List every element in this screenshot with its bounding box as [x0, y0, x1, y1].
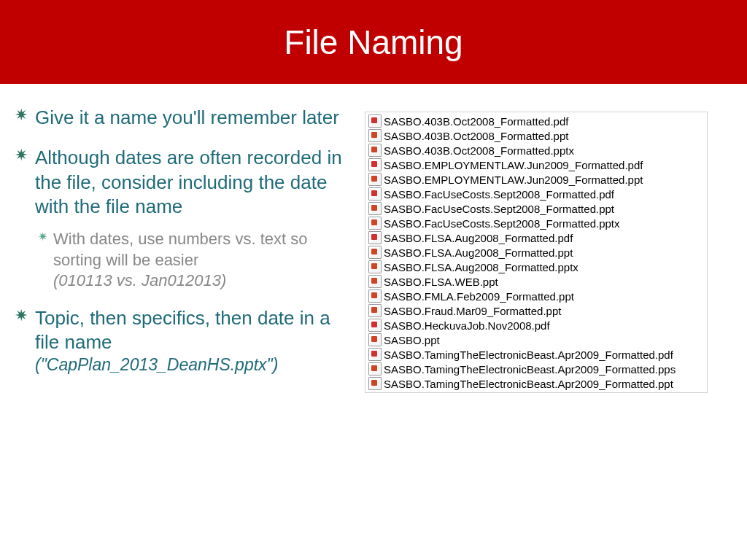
ppt-file-icon [368, 304, 382, 317]
file-name: SASBO.FacUseCosts.Sept2008_Formatted.pdf [384, 188, 614, 201]
sub-bullet-item: ✷ With dates, use numbers vs. text so so… [38, 229, 350, 292]
ppt-file-icon [368, 377, 382, 390]
file-list-panel: SASBO.403B.Oct2008_Formatted.pdfSASBO.40… [365, 112, 708, 393]
file-name: SASBO.FLSA.Aug2008_Formatted.ppt [384, 246, 573, 259]
ppt-file-icon [368, 275, 382, 288]
bullet-text-wrapper: Topic, then specifics, then date in a fi… [35, 306, 350, 376]
file-row[interactable]: SASBO.403B.Oct2008_Formatted.pptx [368, 143, 704, 158]
file-name: SASBO.FMLA.Feb2009_Formatted.ppt [384, 290, 574, 303]
file-row[interactable]: SASBO.EMPLOYMENTLAW.Jun2009_Formatted.pp… [368, 172, 704, 187]
file-row[interactable]: SASBO.FacUseCosts.Sept2008_Formatted.ppt [368, 201, 704, 216]
file-row[interactable]: SASBO.TamingTheElectronicBeast.Apr2009_F… [368, 347, 704, 362]
pptx-file-icon [368, 260, 382, 273]
sub-text-example: (010113 vs. Jan012013) [53, 271, 226, 289]
pdf-file-icon [368, 231, 382, 244]
ppt-file-icon [368, 333, 382, 346]
file-name: SASBO.403B.Oct2008_Formatted.ppt [384, 130, 568, 142]
file-name: SASBO.FacUseCosts.Sept2008_Formatted.ppt… [384, 217, 620, 230]
file-name: SASBO.TamingTheElectronicBeast.Apr2009_F… [384, 363, 676, 376]
pdf-file-icon [368, 158, 382, 171]
file-row[interactable]: SASBO.HeckuvaJob.Nov2008.pdf [368, 318, 704, 332]
bullet-item: ✷ Give it a name you'll remember later [15, 106, 350, 130]
file-row[interactable]: SASBO.403B.Oct2008_Formatted.pdf [368, 114, 704, 128]
slide-title: File Naming [284, 23, 462, 62]
sub-bullet-text: With dates, use numbers vs. text so sort… [53, 229, 350, 292]
sub-text-main: With dates, use numbers vs. text so sort… [53, 230, 307, 269]
file-row[interactable]: SASBO.403B.Oct2008_Formatted.ppt [368, 128, 704, 143]
bullets-column: ✷ Give it a name you'll remember later ✷… [15, 106, 365, 393]
pptx-file-icon [368, 217, 382, 230]
ppt-file-icon [368, 173, 382, 186]
file-row[interactable]: SASBO.Fraud.Mar09_Formatted.ppt [368, 303, 704, 318]
pps-file-icon [368, 362, 382, 376]
file-row[interactable]: SASBO.ppt [368, 332, 704, 347]
ppt-file-icon [368, 202, 382, 215]
file-name: SASBO.TamingTheElectronicBeast.Apr2009_F… [384, 378, 673, 390]
file-row[interactable]: SASBO.FLSA.WEB.ppt [368, 274, 704, 289]
bullet-text: Give it a name you'll remember later [35, 106, 339, 130]
star-icon: ✷ [15, 306, 28, 376]
file-row[interactable]: SASBO.FLSA.Aug2008_Formatted.ppt [368, 245, 704, 260]
pdf-file-icon [368, 348, 382, 361]
file-row[interactable]: SASBO.FMLA.Feb2009_Formatted.ppt [368, 289, 704, 303]
file-row[interactable]: SASBO.FLSA.Aug2008_Formatted.pdf [368, 230, 704, 245]
file-row[interactable]: SASBO.FLSA.Aug2008_Formatted.pptx [368, 260, 704, 274]
slide-body: ✷ Give it a name you'll remember later ✷… [0, 84, 747, 408]
pdf-file-icon [368, 114, 382, 128]
file-name: SASBO.FLSA.Aug2008_Formatted.pptx [384, 261, 578, 273]
pptx-file-icon [368, 144, 382, 157]
file-row[interactable]: SASBO.TamingTheElectronicBeast.Apr2009_F… [368, 362, 704, 376]
file-row[interactable]: SASBO.TamingTheElectronicBeast.Apr2009_F… [368, 376, 704, 391]
star-icon: ✷ [38, 229, 47, 292]
file-name: SASBO.FacUseCosts.Sept2008_Formatted.ppt [384, 203, 614, 215]
file-row[interactable]: SASBO.FacUseCosts.Sept2008_Formatted.ppt… [368, 216, 704, 230]
file-name: SASBO.ppt [384, 334, 440, 346]
ppt-file-icon [368, 129, 382, 142]
file-name: SASBO.Fraud.Mar09_Formatted.ppt [384, 305, 561, 317]
pdf-file-icon [368, 319, 382, 332]
file-name: SASBO.TamingTheElectronicBeast.Apr2009_F… [384, 349, 673, 361]
pdf-file-icon [368, 187, 382, 201]
file-list-column: SASBO.403B.Oct2008_Formatted.pdfSASBO.40… [365, 106, 708, 393]
file-name: SASBO.EMPLOYMENTLAW.Jun2009_Formatted.pp… [384, 174, 643, 186]
slide-header: File Naming [0, 0, 747, 84]
file-name: SASBO.HeckuvaJob.Nov2008.pdf [384, 319, 550, 332]
star-icon: ✷ [15, 146, 28, 219]
file-name: SASBO.FLSA.Aug2008_Formatted.pdf [384, 232, 573, 244]
bullet-item: ✷ Topic, then specifics, then date in a … [15, 306, 350, 376]
bullet-example: ("CapPlan_2013_DeanHS.pptx") [35, 354, 350, 376]
bullet-item: ✷ Although dates are often recorded in t… [15, 146, 350, 219]
star-icon: ✷ [15, 106, 28, 130]
bullet-text: Topic, then specifics, then date in a fi… [35, 306, 350, 355]
ppt-file-icon [368, 289, 382, 303]
file-name: SASBO.EMPLOYMENTLAW.Jun2009_Formatted.pd… [384, 159, 643, 171]
bullet-text: Although dates are often recorded in the… [35, 146, 350, 219]
file-name: SASBO.403B.Oct2008_Formatted.pptx [384, 144, 574, 157]
file-name: SASBO.FLSA.WEB.ppt [384, 276, 498, 288]
ppt-file-icon [368, 246, 382, 259]
file-row[interactable]: SASBO.FacUseCosts.Sept2008_Formatted.pdf [368, 187, 704, 201]
file-name: SASBO.403B.Oct2008_Formatted.pdf [384, 115, 568, 128]
file-row[interactable]: SASBO.EMPLOYMENTLAW.Jun2009_Formatted.pd… [368, 158, 704, 172]
